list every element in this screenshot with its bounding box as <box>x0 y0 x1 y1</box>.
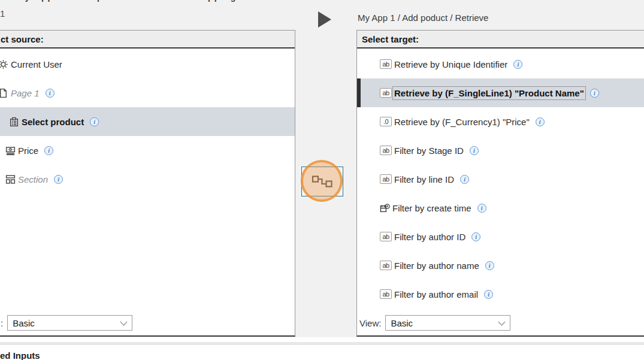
info-icon[interactable]: i <box>44 146 53 155</box>
text-field-icon: ab <box>380 88 392 98</box>
chevron-down-icon <box>120 321 128 326</box>
text-field-icon: ab <box>380 232 392 241</box>
source-view-bar: : Basic <box>0 310 295 335</box>
target-field-row[interactable]: abFilter by author namei <box>357 251 644 280</box>
info-icon[interactable]: i <box>460 175 469 184</box>
target-view-bar: View: Basic <box>357 310 644 335</box>
text-field-icon: ab <box>380 261 392 270</box>
target-field-row[interactable]: abRetrieve by (F_SingleLine1) "Product N… <box>357 78 644 107</box>
target-field-row[interactable]: Filter by create timei <box>357 193 644 222</box>
field-label: Filter by author name <box>394 261 479 271</box>
field-label: Filter by create time <box>392 203 471 213</box>
target-view-value: Basic <box>391 318 413 328</box>
field-label: Filter by Stage ID <box>394 146 464 156</box>
source-panel: ct source: Current UserPage 1iSelect pro… <box>0 30 295 337</box>
bottom-heading-fragment: ed Inputs <box>0 350 40 360</box>
text-field-icon: ab <box>380 174 392 184</box>
target-field-row[interactable]: abFilter by Stage IDi <box>357 136 644 165</box>
target-field-row[interactable]: abFilter by author IDi <box>357 222 644 251</box>
info-icon[interactable]: i <box>590 89 599 98</box>
field-label: Current User <box>11 59 62 69</box>
breadcrumb: My App 1 / Add poduct / Retrieve <box>358 13 488 23</box>
field-label: Filter by author ID <box>394 232 465 242</box>
left-breadcrumb-fragment: 1 <box>0 8 5 19</box>
info-icon[interactable]: i <box>471 232 480 241</box>
node-mapping-icon <box>312 175 333 188</box>
field-label: Retrieve by (F_SingleLine1) "Product Nam… <box>394 88 584 98</box>
target-field-row[interactable]: abRetrieve by Unique Identifieri <box>357 50 644 78</box>
source-field-row[interactable]: Pricei <box>0 136 295 165</box>
text-field-icon: ab <box>380 289 392 299</box>
source-field-row[interactable]: Sectioni <box>0 165 295 193</box>
field-label: Select product <box>22 117 84 127</box>
info-icon[interactable]: i <box>513 60 522 69</box>
source-view-value: Basic <box>13 318 35 328</box>
field-label: Section <box>18 174 48 184</box>
gear-icon <box>0 59 8 69</box>
field-label: Retrieve by Unique Identifier <box>394 59 507 69</box>
field-label: Filter by author email <box>394 289 478 300</box>
section-icon <box>5 174 16 184</box>
info-icon[interactable]: i <box>477 204 486 213</box>
info-icon[interactable]: i <box>484 290 493 299</box>
source-field-row[interactable]: Current User <box>0 50 295 78</box>
info-icon[interactable]: i <box>536 117 545 126</box>
target-field-list: abRetrieve by Unique IdentifieriabRetrie… <box>357 50 644 309</box>
calendar-clock-icon <box>380 203 390 213</box>
field-label: Page 1 <box>11 88 40 98</box>
currency-icon: .0 <box>380 117 392 126</box>
mapping-button[interactable] <box>301 167 343 196</box>
info-icon[interactable]: i <box>90 117 99 126</box>
currency-field-icon <box>5 146 16 156</box>
selected-row-marker <box>357 78 361 107</box>
source-panel-header: ct source: <box>0 31 295 49</box>
chevron-down-icon <box>498 321 506 326</box>
target-field-row[interactable]: abFilter by line IDi <box>357 165 644 193</box>
target-panel: Select target: abRetrieve by Unique Iden… <box>356 30 644 337</box>
page-icon <box>0 88 8 98</box>
target-field-row[interactable]: abFilter by author emaili <box>357 280 644 308</box>
source-field-list: Current UserPage 1iSelect productiPricei… <box>0 50 295 309</box>
source-field-row[interactable]: Select producti <box>0 107 295 136</box>
field-label: Price <box>18 146 38 156</box>
target-panel-header: Select target: <box>357 31 644 49</box>
target-view-select[interactable]: Basic <box>385 315 510 331</box>
text-field-icon: ab <box>380 59 392 69</box>
target-view-label: View: <box>359 318 381 328</box>
field-label: Retrieve by (F_Currency1) "Price" <box>394 117 530 127</box>
source-field-row[interactable]: Page 1i <box>0 78 295 107</box>
info-icon[interactable]: i <box>485 261 494 270</box>
section-divider <box>0 342 644 345</box>
text-field-icon: ab <box>380 146 392 155</box>
source-view-select[interactable]: Basic <box>7 315 132 331</box>
field-label: Filter by line ID <box>394 174 454 184</box>
source-view-label: : <box>1 318 3 328</box>
clipped-top-text: My App 1 / Add product / Retrieve mappin… <box>17 0 328 2</box>
target-field-row[interactable]: .0Retrieve by (F_Currency1) "Price"i <box>357 107 644 136</box>
info-icon[interactable]: i <box>54 175 63 184</box>
form-icon <box>9 117 19 127</box>
play-arrow-icon <box>318 11 332 28</box>
info-icon[interactable]: i <box>46 89 55 98</box>
info-icon[interactable]: i <box>470 146 479 155</box>
